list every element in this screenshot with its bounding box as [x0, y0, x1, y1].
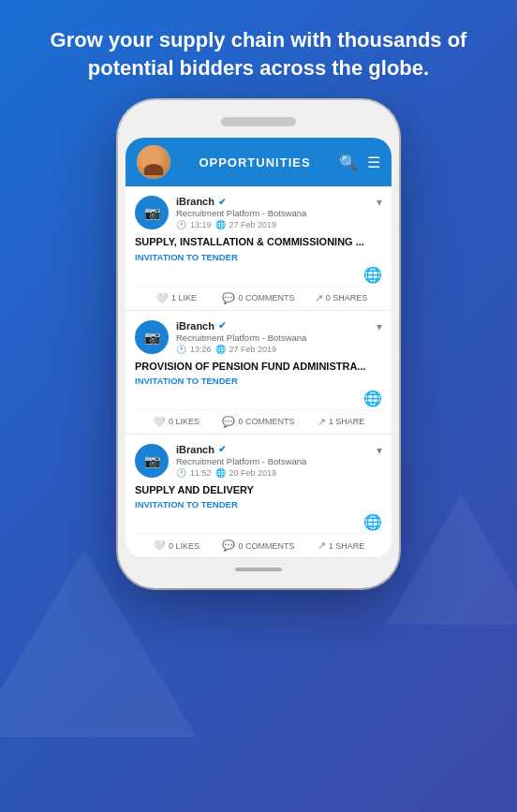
post-title: SUPPLY AND DELIVERY — [135, 483, 382, 496]
like-count: 0 LIKES — [169, 541, 199, 551]
share-icon: ↗ — [318, 416, 326, 428]
globe-icon: 🌐 — [135, 390, 382, 407]
comment-action[interactable]: 💬 0 COMMENTS — [217, 416, 300, 428]
share-action[interactable]: ↗ 1 SHARE — [300, 416, 382, 428]
post-platform: Recruitment Platform - Botswana — [176, 332, 369, 343]
post-org-name: iBranch ✔ — [176, 444, 369, 455]
like-action[interactable]: 🤍 1 LIKE — [135, 292, 217, 304]
comment-icon: 💬 — [222, 416, 235, 428]
post-org-name: iBranch ✔ — [176, 196, 369, 207]
globe-icon3: 🌐 — [215, 468, 226, 478]
post-actions: 🤍 0 LIKES 💬 0 COMMENTS ↗ 1 SHARE — [135, 409, 382, 434]
comment-icon: 💬 — [222, 539, 235, 552]
search-icon[interactable]: 🔍 — [339, 154, 358, 171]
post-card: 📷 iBranch ✔ Recruitment Platform - Botsw… — [126, 311, 391, 435]
comment-icon: 💬 — [222, 292, 235, 304]
home-indicator — [235, 568, 282, 571]
comment-count: 0 COMMENTS — [238, 541, 294, 551]
post-org-icon: 📷 — [135, 320, 169, 354]
share-count: 1 SHARE — [329, 541, 365, 551]
heart-icon: 🤍 — [153, 539, 166, 552]
globe-icon2: 🌐 — [215, 345, 226, 354]
verified-icon: ✔ — [218, 444, 226, 454]
phone-screen: OPPORTUNITIES 🔍 ☰ 📷 iBranch ✔ Recruitmen… — [126, 138, 391, 558]
post-card: 📷 iBranch ✔ Recruitment Platform - Botsw… — [126, 435, 391, 558]
share-action[interactable]: ↗ 0 SHARES — [300, 292, 382, 304]
post-meta: 📷 iBranch ✔ Recruitment Platform - Botsw… — [135, 320, 382, 354]
post-info: iBranch ✔ Recruitment Platform - Botswan… — [176, 444, 369, 478]
post-tag: INVITATION TO TENDER — [135, 252, 382, 262]
share-icon: ↗ — [315, 292, 323, 304]
post-org-icon: 📷 — [135, 196, 169, 229]
post-platform: Recruitment Platform - Botswana — [176, 456, 369, 466]
post-org-name: iBranch ✔ — [176, 320, 369, 332]
post-org-icon: 📷 — [135, 444, 169, 478]
chevron-down-icon[interactable]: ▾ — [377, 320, 382, 333]
globe-icon: 🌐 — [135, 513, 382, 531]
post-title: SUPPLY, INSTALLATION & COMMISSIONING ... — [135, 235, 382, 248]
like-count: 0 LIKES — [169, 417, 199, 426]
share-action[interactable]: ↗ 1 SHARE — [300, 539, 382, 552]
share-count: 0 SHARES — [326, 293, 368, 303]
time-icon: 🕐 — [176, 468, 186, 478]
avatar — [137, 145, 170, 179]
post-info: iBranch ✔ Recruitment Platform - Botswan… — [176, 196, 369, 229]
header-icons: 🔍 ☰ — [339, 154, 380, 171]
share-icon: ↗ — [318, 539, 326, 552]
post-meta: 📷 iBranch ✔ Recruitment Platform - Botsw… — [135, 444, 382, 478]
time-icon: 🕐 — [176, 220, 186, 229]
like-action[interactable]: 🤍 0 LIKES — [135, 539, 217, 552]
post-time: 🕐 11:52 🌐 20 Feb 2019 — [176, 468, 369, 478]
comment-action[interactable]: 💬 0 COMMENTS — [217, 539, 300, 552]
like-count: 1 LIKE — [171, 293, 197, 303]
verified-icon: ✔ — [218, 320, 226, 331]
verified-icon: ✔ — [218, 197, 226, 207]
post-actions: 🤍 1 LIKE 💬 0 COMMENTS ↗ 0 SHARES — [135, 286, 382, 310]
post-tag: INVITATION TO TENDER — [135, 499, 382, 509]
comment-count: 0 COMMENTS — [238, 417, 294, 426]
heart-icon: 🤍 — [155, 292, 169, 304]
heart-icon: 🤍 — [153, 416, 166, 428]
post-time: 🕐 13:19 🌐 27 Feb 2019 — [176, 220, 369, 229]
globe-icon: 🌐 — [135, 266, 382, 284]
menu-icon[interactable]: ☰ — [367, 154, 380, 171]
clock-icon: 🌐 — [215, 220, 226, 229]
like-action[interactable]: 🤍 0 LIKES — [135, 416, 217, 428]
chevron-down-icon[interactable]: ▾ — [377, 196, 382, 209]
post-platform: Recruitment Platform - Botswana — [176, 208, 369, 218]
post-tag: INVITATION TO TENDER — [135, 376, 382, 386]
comment-count: 0 COMMENTS — [238, 293, 294, 303]
share-count: 1 SHARE — [329, 417, 365, 426]
chevron-down-icon[interactable]: ▾ — [377, 444, 382, 457]
post-info: iBranch ✔ Recruitment Platform - Botswan… — [176, 320, 369, 354]
phone-notch — [221, 117, 296, 126]
post-meta: 📷 iBranch ✔ Recruitment Platform - Botsw… — [135, 196, 382, 229]
post-actions: 🤍 0 LIKES 💬 0 COMMENTS ↗ 1 SHARE — [135, 533, 382, 557]
app-title: OPPORTUNITIES — [178, 155, 332, 170]
headline: Grow your supply chain with thousands of… — [0, 0, 517, 100]
time-icon: 🕐 — [176, 345, 186, 354]
phone-mockup: OPPORTUNITIES 🔍 ☰ 📷 iBranch ✔ Recruitmen… — [118, 100, 399, 588]
comment-action[interactable]: 💬 0 COMMENTS — [217, 292, 300, 304]
app-header: OPPORTUNITIES 🔍 ☰ — [126, 138, 391, 186]
post-card: 📷 iBranch ✔ Recruitment Platform - Botsw… — [126, 186, 391, 310]
post-time: 🕐 13:26 🌐 27 Feb 2019 — [176, 345, 369, 354]
post-title: PROVISION OF PENSION FUND ADMINISTRA... — [135, 360, 382, 373]
